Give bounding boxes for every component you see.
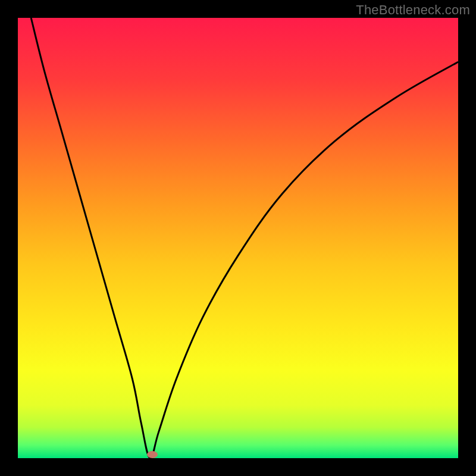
chart-stage: TheBottleneck.com — [0, 0, 476, 476]
curve-layer — [18, 18, 458, 458]
bottleneck-curve — [31, 18, 458, 458]
watermark-text: TheBottleneck.com — [356, 2, 470, 18]
minimum-marker — [147, 451, 158, 458]
plot-area — [18, 18, 458, 458]
